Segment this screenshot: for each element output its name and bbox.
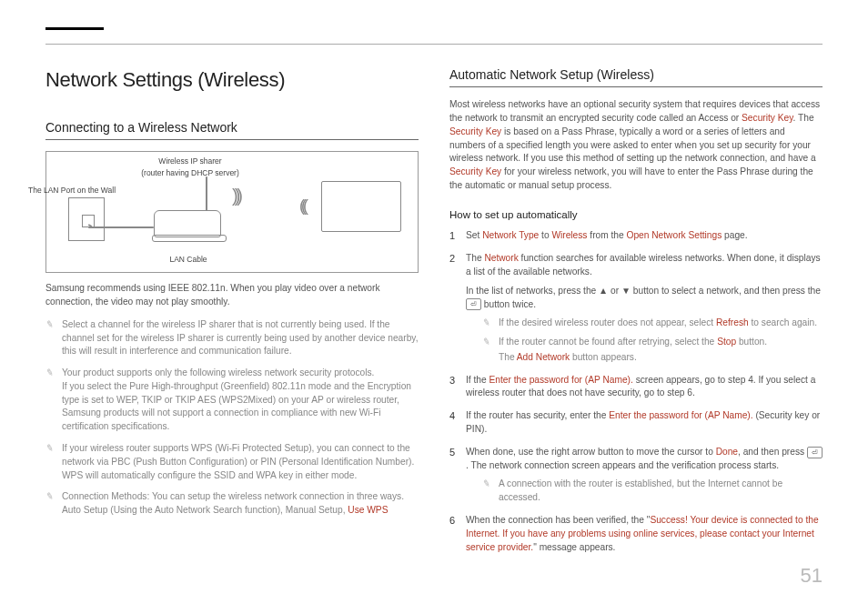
left-column: Network Settings (Wireless) Connecting t… [45, 65, 419, 563]
tv-screen-icon [321, 181, 401, 232]
note-connection-methods: Connection Methods: You can setup the wi… [45, 490, 419, 518]
right-column: Automatic Network Setup (Wireless) Most … [449, 65, 823, 563]
page-number: 51 [801, 561, 823, 590]
note-stop: If the router cannot be found after retr… [482, 336, 823, 365]
step-6: 6 When the connection has been verified,… [449, 514, 823, 554]
wireless-diagram: Wireless IP sharer (router having DHCP s… [45, 151, 419, 273]
enter-button-icon: ⏎ [807, 447, 823, 458]
note-refresh: If the desired wireless router does not … [482, 317, 823, 330]
step-3: 3 If the Enter the password for (AP Name… [449, 374, 823, 401]
auto-intro: Most wireless networks have an optional … [449, 98, 823, 192]
subheading-howto: How to set up automatically [449, 207, 823, 223]
note-channel: Select a channel for the wireless IP sha… [45, 318, 419, 358]
step-1: 1 Set Network Type to Wireless from the … [449, 229, 823, 243]
intro-paragraph: Samsung recommends using IEEE 802.11n. W… [45, 282, 419, 309]
wall-port-icon [68, 197, 105, 241]
header-short-bar [45, 27, 104, 30]
page-title: Network Settings (Wireless) [45, 65, 419, 95]
waves-left-icon: ((( [299, 194, 305, 217]
lan-cable-line [88, 226, 154, 228]
waves-right-icon: ))) [232, 183, 239, 209]
step-5: 5 When done, use the right arrow button … [449, 446, 823, 505]
step-2: 2 The Network function searches for avai… [449, 252, 823, 364]
caption-sharer: Wireless IP sharer (router having DHCP s… [136, 156, 245, 178]
section-heading-auto: Automatic Network Setup (Wireless) [449, 65, 823, 87]
note-router-connected: A connection with the router is establis… [482, 478, 823, 505]
caption-wall: The LAN Port on the Wall [26, 185, 117, 196]
step-4: 4 If the router has security, enter the … [449, 409, 823, 437]
caption-cable: LAN Cable [154, 254, 223, 265]
note-wps: If your wireless router supports WPS (Wi… [45, 442, 419, 482]
section-heading-connecting: Connecting to a Wireless Network [45, 118, 419, 140]
note-security-protocols: Your product supports only the following… [45, 367, 419, 434]
header-rule [45, 44, 823, 45]
notes-list: Select a channel for the wireless IP sha… [45, 318, 419, 518]
steps-list: 1 Set Network Type to Wireless from the … [449, 229, 823, 554]
enter-button-icon: ⏎ [466, 298, 481, 310]
router-icon [154, 210, 221, 237]
